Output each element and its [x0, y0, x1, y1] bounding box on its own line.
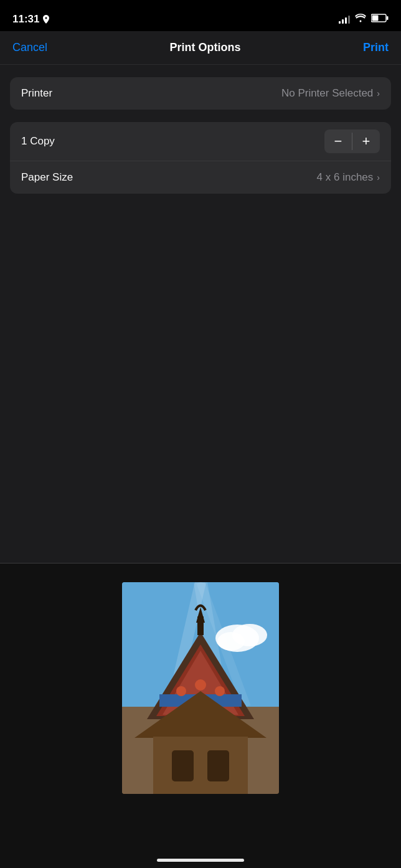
- preview-area: Page 1 of 1: [0, 563, 401, 868]
- copy-stepper: − +: [324, 130, 380, 153]
- svg-rect-22: [172, 750, 194, 781]
- printer-value-group: No Printer Selected ›: [281, 87, 380, 100]
- svg-point-9: [217, 632, 245, 651]
- paper-size-value-group: 4 x 6 inches ›: [317, 171, 380, 184]
- wifi-icon: [355, 14, 366, 25]
- copy-row: 1 Copy − +: [10, 122, 391, 161]
- nav-bar: Cancel Print Options Print: [0, 31, 401, 65]
- location-icon: [42, 15, 50, 24]
- svg-point-16: [195, 679, 206, 691]
- paper-size-label: Paper Size: [21, 171, 73, 184]
- home-indicator: [157, 859, 244, 862]
- signal-icon: [339, 15, 350, 24]
- time-label: 11:31: [12, 13, 39, 26]
- paper-size-value: 4 x 6 inches: [317, 171, 374, 184]
- status-bar: 11:31: [0, 0, 401, 31]
- printer-chevron: ›: [377, 88, 380, 98]
- svg-rect-1: [387, 16, 389, 20]
- status-time: 11:31: [12, 13, 50, 26]
- copy-label: 1 Copy: [21, 135, 55, 148]
- preview-image: [122, 582, 279, 794]
- svg-rect-23: [207, 750, 229, 781]
- decrement-button[interactable]: −: [324, 130, 352, 153]
- preview-image-container: Page 1 of 1: [122, 582, 279, 794]
- paper-size-row[interactable]: Paper Size 4 x 6 inches ›: [10, 161, 391, 194]
- page-title: Print Options: [170, 41, 241, 54]
- printer-label: Printer: [21, 87, 52, 100]
- svg-point-17: [215, 686, 225, 696]
- increment-button[interactable]: +: [352, 130, 380, 153]
- battery-icon: [371, 14, 389, 25]
- paper-size-chevron: ›: [377, 172, 380, 182]
- printer-value: No Printer Selected: [281, 87, 373, 100]
- status-icons: [339, 14, 389, 25]
- cancel-button[interactable]: Cancel: [12, 41, 47, 54]
- copy-paper-section: 1 Copy − + Paper Size 4 x 6 inches ›: [10, 122, 391, 194]
- print-button[interactable]: Print: [363, 41, 389, 54]
- printer-section: Printer No Printer Selected ›: [10, 77, 391, 110]
- svg-rect-21: [153, 737, 248, 794]
- main-content: Printer No Printer Selected › 1 Copy − +…: [0, 65, 401, 194]
- preview-svg: [122, 582, 279, 794]
- svg-point-15: [176, 686, 186, 696]
- printer-row[interactable]: Printer No Printer Selected ›: [10, 77, 391, 110]
- svg-rect-2: [372, 16, 379, 21]
